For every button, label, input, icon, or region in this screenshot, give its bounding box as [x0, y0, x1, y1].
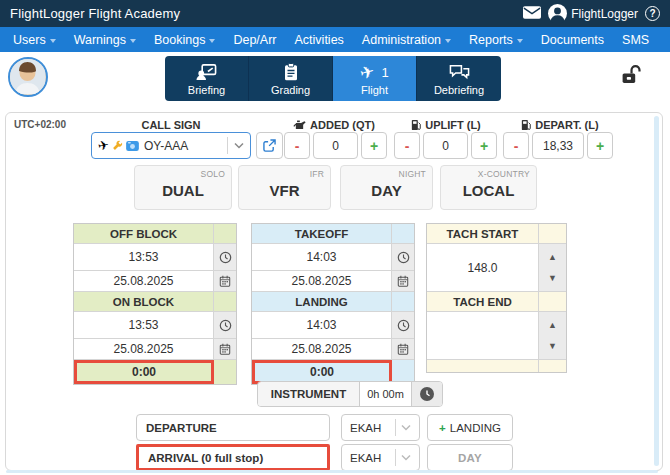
nav-bookings[interactable]: Bookings	[145, 27, 224, 52]
tab-flight[interactable]: ✈ 1 Flight	[333, 56, 417, 101]
calendar-icon[interactable]	[392, 271, 414, 291]
chevron-down-icon	[517, 39, 523, 43]
top-bar: FlightLogger Flight Academy FlightLogger…	[0, 0, 670, 27]
off-block-date[interactable]: 25.08.2025	[74, 271, 214, 291]
dual-solo-toggle[interactable]: SOLO DUAL	[134, 165, 232, 210]
clock-icon[interactable]	[214, 244, 236, 270]
tach-end-value[interactable]	[427, 312, 539, 359]
nav-users[interactable]: Users	[4, 27, 65, 52]
app-title: FlightLogger Flight Academy	[10, 6, 180, 21]
uplift-plus-button[interactable]: +	[471, 132, 497, 159]
help-icon[interactable]: ?	[645, 6, 660, 21]
day-night-toggle[interactable]: NIGHT DAY	[340, 165, 433, 210]
nav-administration[interactable]: Administration	[353, 27, 460, 52]
landing-header: LANDING	[252, 292, 392, 311]
debriefing-icon	[449, 64, 470, 80]
uplift-value[interactable]: 0	[423, 132, 468, 159]
mail-icon[interactable]	[523, 5, 541, 23]
takeoff-date[interactable]: 25.08.2025	[252, 271, 392, 291]
tach-start-down-icon[interactable]: ▼	[548, 273, 557, 283]
vfr-ifr-toggle[interactable]: IFR VFR	[238, 165, 331, 210]
timezone-label: UTC+02:00	[14, 119, 66, 130]
tab-debriefing[interactable]: Debriefing	[417, 56, 501, 101]
horizontal-scrollbar[interactable]	[6, 470, 658, 473]
chevron-down-icon	[209, 39, 215, 43]
divider	[395, 419, 396, 436]
uplift-minus-button[interactable]: -	[394, 132, 420, 159]
unlock-icon[interactable]	[620, 64, 642, 89]
nav-dep-arr[interactable]: Dep/Arr	[224, 27, 285, 52]
oil-can-icon	[293, 120, 306, 130]
takeoff-time[interactable]: 14:03	[252, 244, 392, 270]
calendar-icon[interactable]	[392, 339, 414, 359]
instrument-value[interactable]: 0h 00m	[360, 382, 412, 406]
clock-icon[interactable]	[392, 312, 414, 338]
clock-icon[interactable]	[392, 244, 414, 270]
departure-airfield-select[interactable]: EKAH	[341, 414, 420, 441]
landing-date[interactable]: 25.08.2025	[252, 339, 392, 359]
depart-value[interactable]: 18,33	[532, 132, 584, 159]
calendar-icon[interactable]	[214, 339, 236, 359]
fuel-pump-icon	[521, 119, 531, 131]
on-block-time[interactable]: 13:53	[74, 312, 214, 338]
calendar-icon[interactable]	[214, 271, 236, 291]
tach-start-up-icon[interactable]: ▲	[548, 252, 557, 262]
nav-documents[interactable]: Documents	[532, 27, 613, 52]
uplift-fuel-header: UPLIFT (L)	[394, 119, 498, 131]
added-value[interactable]: 0	[313, 132, 358, 159]
arrival-day-button[interactable]: DAY	[427, 444, 513, 471]
nav-warnings[interactable]: Warnings	[65, 27, 145, 52]
nav-reports[interactable]: Reports	[460, 27, 532, 52]
user-avatar-icon	[548, 4, 567, 23]
local-xcountry-toggle[interactable]: X-COUNTRY LOCAL	[440, 165, 537, 210]
added-fuel-header: ADDED (QT)	[284, 119, 384, 131]
flight-count-badge: 1	[382, 65, 389, 80]
depart-minus-button[interactable]: -	[503, 132, 529, 159]
off-block-time[interactable]: 13:53	[74, 244, 214, 270]
clock-filled-icon[interactable]	[412, 382, 442, 406]
tach-end-down-icon[interactable]: ▼	[548, 341, 557, 351]
tab-grading[interactable]: Grading	[249, 56, 333, 101]
camera-icon	[126, 141, 139, 151]
depart-plus-button[interactable]: +	[587, 132, 613, 159]
callsign-value: OY-AAA	[144, 139, 188, 153]
user-menu[interactable]: FlightLogger	[548, 4, 638, 23]
chevron-down-icon	[401, 424, 411, 431]
tab-strip: Briefing Grading ✈ 1 Flight Debriefing	[0, 52, 670, 112]
student-avatar[interactable]	[8, 57, 48, 97]
clock-icon[interactable]	[214, 312, 236, 338]
instrument-group: INSTRUMENT 0h 00m	[257, 381, 443, 407]
grading-icon	[284, 63, 298, 81]
flight-tabs: Briefing Grading ✈ 1 Flight Debriefing	[165, 56, 501, 101]
tach-end-up-icon[interactable]: ▲	[548, 320, 557, 330]
tach-end-header: TACH END	[427, 292, 539, 311]
chevron-down-icon	[234, 142, 244, 149]
off-block-header: OFF BLOCK	[74, 224, 214, 243]
landing-time[interactable]: 14:03	[252, 312, 392, 338]
depart-fuel-header: DEPART. (L)	[503, 119, 617, 131]
tab-briefing[interactable]: Briefing	[165, 56, 249, 101]
flight-icon: ✈	[358, 60, 377, 84]
added-plus-button[interactable]: +	[361, 132, 387, 159]
block-times-table: OFF BLOCK 13:53 25.08.2025 ON BLOCK 13:5…	[73, 223, 237, 385]
added-minus-button[interactable]: -	[284, 132, 310, 159]
callsign-select[interactable]: ✈ OY-AAA	[91, 132, 251, 159]
on-block-date[interactable]: 25.08.2025	[74, 339, 214, 359]
vertical-scrollbar[interactable]	[654, 116, 659, 466]
add-landing-button[interactable]: + LANDING	[427, 414, 513, 441]
tach-start-header: TACH START	[427, 224, 539, 243]
fuel-pump-icon	[411, 119, 421, 131]
on-block-header: ON BLOCK	[74, 292, 214, 311]
airplane-icon: ✈	[97, 137, 111, 154]
departure-label-box: DEPARTURE	[136, 414, 330, 441]
chevron-down-icon	[50, 39, 56, 43]
nav-activities[interactable]: Activities	[286, 27, 353, 52]
arrival-airfield-select[interactable]: EKAH	[341, 444, 420, 471]
nav-sms[interactable]: SMS	[613, 27, 658, 52]
divider	[395, 449, 396, 466]
open-aircraft-icon[interactable]	[256, 132, 283, 159]
chevron-down-icon	[130, 39, 136, 43]
chevron-down-icon	[401, 454, 411, 461]
plus-icon: +	[439, 422, 446, 434]
tach-start-value[interactable]: 148.0	[427, 244, 539, 291]
